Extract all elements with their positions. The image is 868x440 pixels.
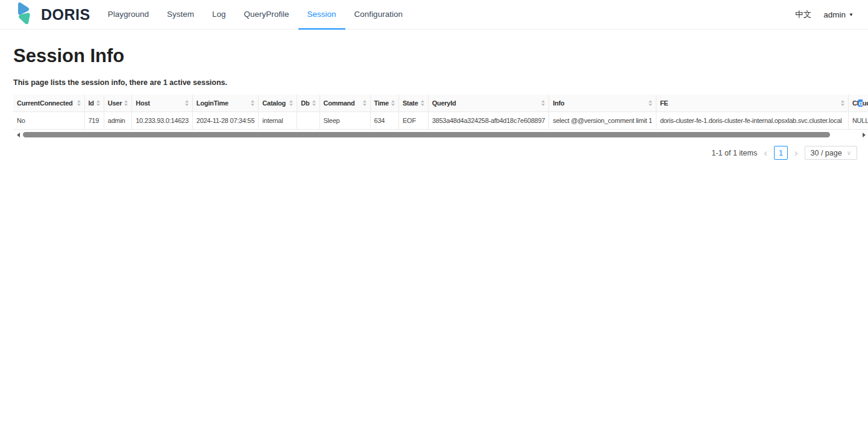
username: admin [823, 10, 846, 19]
cell-logintime: 2024-11-28 07:34:55 [192, 112, 259, 130]
sort-icon[interactable] [540, 100, 545, 106]
chevron-down-icon: ∨ [847, 149, 851, 156]
column-header-queryid[interactable]: QueryId [428, 95, 549, 112]
page-subtitle: This page lists the session info, there … [13, 78, 868, 87]
nav-item-playground[interactable]: Playground [99, 0, 158, 30]
column-label: Db [301, 99, 309, 107]
horizontal-scrollbar[interactable] [17, 131, 866, 139]
session-table: CurrentConnected Id User Host LoginTime … [13, 95, 868, 130]
sort-icon[interactable] [76, 100, 81, 106]
cell-host: 10.233.93.0:14623 [132, 112, 193, 130]
sort-icon[interactable] [362, 100, 366, 106]
column-label: Host [136, 99, 149, 107]
navbar-right: 中文 admin ▼ [795, 0, 854, 29]
column-header-catalog[interactable]: Catalog [259, 95, 297, 112]
column-label: Time [374, 99, 389, 107]
scroll-left-arrow-icon[interactable] [17, 133, 20, 137]
column-header-id[interactable]: Id [84, 95, 104, 112]
cell-info: select @@version_comment limit 1 [549, 112, 656, 130]
sort-icon[interactable] [390, 100, 395, 106]
column-header-time[interactable]: Time [370, 95, 398, 112]
nav-item-system[interactable]: System [158, 0, 203, 30]
cell-state: EOF [399, 112, 429, 130]
sort-icon[interactable] [250, 100, 254, 106]
doris-logo-icon [13, 2, 36, 27]
cell-time: 634 [370, 112, 398, 130]
column-header-db[interactable]: Db [297, 95, 319, 112]
column-label: Id [89, 99, 94, 107]
column-header-user[interactable]: User [104, 95, 131, 112]
pagination: 1-1 of 1 items ‹ 1 › 30 / page ∨ [0, 146, 857, 160]
column-label: Command [324, 99, 355, 107]
column-label: CurrentConnected [17, 99, 73, 107]
column-header-state[interactable]: State [399, 95, 429, 112]
logo-text: DORIS [41, 6, 90, 24]
cell-user: admin [104, 112, 131, 130]
nav-item-queryprofile[interactable]: QueryProfile [235, 0, 298, 30]
column-header-cloudcluster[interactable]: CloudC [848, 95, 868, 112]
sort-icon[interactable] [95, 100, 100, 106]
top-navbar: DORIS Playground System Log QueryProfile… [0, 0, 868, 30]
nav-item-log[interactable]: Log [203, 0, 235, 30]
page-size-select[interactable]: 30 / page ∨ [805, 146, 857, 160]
column-header-host[interactable]: Host [132, 95, 193, 112]
nav-item-session[interactable]: Session [298, 0, 345, 30]
page-size-value: 30 / page [811, 149, 842, 157]
column-label: LoginTime [197, 99, 228, 107]
column-header-fe[interactable]: FE [656, 95, 848, 112]
page-number-1[interactable]: 1 [774, 146, 788, 160]
cell-catalog: internal [259, 112, 297, 130]
sort-icon[interactable] [420, 100, 424, 106]
nav-menu: Playground System Log QueryProfile Sessi… [99, 0, 412, 29]
column-label: FE [660, 99, 668, 107]
prev-page-button[interactable]: ‹ [763, 148, 769, 158]
scroll-right-arrow-icon[interactable] [863, 133, 866, 137]
cell-queryid: 3853a48d4a324258-afb4d18c7e608897 [428, 112, 549, 130]
user-menu[interactable]: admin ▼ [823, 10, 854, 19]
cell-fe: doris-cluster-fe-1.doris-cluster-fe-inte… [656, 112, 848, 130]
cell-db [297, 112, 319, 130]
doris-logo[interactable]: DORIS [13, 0, 90, 29]
column-label: Info [553, 99, 564, 107]
session-table-container: CurrentConnected Id User Host LoginTime … [13, 95, 868, 139]
nav-item-configuration[interactable]: Configuration [345, 0, 412, 30]
column-label: QueryId [432, 99, 456, 107]
table-header-row: CurrentConnected Id User Host LoginTime … [13, 95, 868, 112]
table-row: No 719 admin 10.233.93.0:14623 2024-11-2… [13, 112, 868, 130]
column-label: Catalog [262, 99, 286, 107]
caret-down-icon: ▼ [849, 12, 854, 17]
sort-icon[interactable] [123, 100, 128, 106]
cell-command: Sleep [319, 112, 370, 130]
column-header-info[interactable]: Info [549, 95, 656, 112]
column-label: State [403, 99, 418, 107]
scrollbar-thumb[interactable] [23, 132, 830, 137]
sort-icon[interactable] [184, 100, 189, 106]
sort-icon[interactable] [288, 100, 293, 106]
sort-icon[interactable] [840, 100, 844, 106]
cell-id: 719 [84, 112, 104, 130]
pagination-total: 1-1 of 1 items [711, 149, 757, 157]
column-header-command[interactable]: Command [319, 95, 370, 112]
language-switch[interactable]: 中文 [795, 9, 811, 20]
sort-icon[interactable] [647, 100, 652, 106]
column-header-currentconnected[interactable]: CurrentConnected [13, 95, 84, 112]
column-header-logintime[interactable]: LoginTime [192, 95, 259, 112]
sort-icon[interactable] [311, 100, 316, 106]
next-page-button[interactable]: › [793, 148, 799, 158]
scrollbar-track[interactable] [23, 132, 860, 137]
column-label: CloudC [852, 99, 868, 107]
column-label: User [108, 99, 122, 107]
page-title: Session Info [13, 45, 868, 67]
cell-cloudcluster: NULL [848, 112, 868, 130]
cell-currentconnected: No [13, 112, 84, 130]
